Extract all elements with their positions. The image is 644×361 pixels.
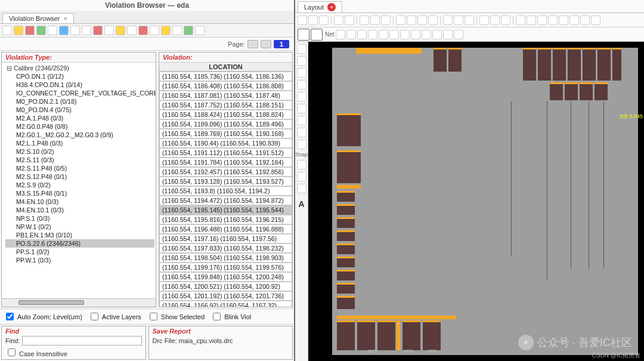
location-row[interactable]: (1160.554, 1185.736) (1160.554, 1186.136… [159,72,292,81]
tree-item[interactable]: M4.EN.10 (0/3) [5,198,154,206]
path-icon[interactable] [432,30,442,39]
tree-item[interactable]: M2.G0.1._M2.G0.2._M2.G0.3 (0/9) [5,131,154,139]
pager-current[interactable]: 1 [274,40,289,48]
location-row[interactable]: (1160.554, 1188.424) (1160.554, 1188.824… [159,110,292,119]
tool-next-icon[interactable] [82,26,91,35]
pager-prev-button[interactable] [247,40,258,48]
vt-select-icon[interactable] [297,44,306,54]
tool-warn-icon[interactable] [14,26,23,35]
tool-menu-icon[interactable] [172,26,182,35]
tree-item[interactable]: M3.S.15.P48 (0/1) [5,189,154,198]
tool-refresh-icon[interactable] [104,26,114,35]
tree-item[interactable]: M2.S.12.P48 (0/1) [5,172,154,181]
zoom-fit-icon[interactable] [417,16,427,25]
location-row[interactable]: (1160.554, 1191.112) (1160.554, 1191.512… [159,148,292,158]
pan-icon[interactable] [443,16,453,25]
blink-viol-checkbox[interactable]: Blink Viol [210,311,251,322]
zoom-in-icon[interactable] [396,16,405,25]
tree-item[interactable]: PB1.EN.1:M3 (0/10) [5,231,154,239]
pager-next-button[interactable] [261,40,271,48]
vt-merge-icon[interactable] [297,104,306,113]
text-tool-icon[interactable]: A [298,199,304,209]
violation-type-tree[interactable]: Calibre (2346/2529)CPO.DN.1 (0/12)H38.4.… [2,63,156,298]
location-row[interactable]: (1160.554, 1198.504) (1160.554, 1198.903… [159,253,292,263]
save-icon[interactable] [308,16,318,25]
tree-item[interactable]: PP.S.1 (0/2) [5,248,154,256]
tree-item[interactable]: M2.A.1.P48 (0/3) [5,114,154,122]
tool-save-icon[interactable] [150,26,159,35]
tree-item[interactable]: M2.G0.0.P48 (0/8) [5,122,154,131]
location-row[interactable]: (1160.554, 1166.92) (1160.554, 1167.32) [159,301,292,307]
vt-rotate-icon[interactable] [297,140,306,149]
auto-zoom-checkbox[interactable]: Auto Zoom; Level(um) [4,311,82,322]
location-row[interactable]: (1160.554, 1192.457) (1160.554, 1192.856… [159,167,292,177]
rotate-icon[interactable] [559,16,568,25]
layer-icon[interactable] [479,16,489,25]
tree-item[interactable]: IO_CONNECT_CORE_NET_VOLTAGE_IS_CORE:WARN [5,89,154,97]
vt-split-icon[interactable] [297,92,306,101]
tree-item[interactable]: NP.S.1 (0/3) [5,214,154,223]
highlight-icon[interactable] [381,16,391,25]
tree-root[interactable]: Calibre (2346/2529) [5,64,154,72]
location-row[interactable]: (1160.554, 1201.192) (1160.554, 1201.736… [159,291,292,301]
tool-filter-icon[interactable] [48,26,57,35]
tool-delete-icon[interactable] [93,26,103,35]
flip-icon[interactable] [548,16,558,25]
tree-item[interactable]: CPO.DN.1 (0/12) [5,72,154,81]
location-row[interactable]: (1160.554, 1197.16) (1160.554, 1197.56) [159,234,292,243]
tree-item[interactable]: M0_PO.DN.2.1 (0/18) [5,97,154,106]
location-row[interactable]: (1160.554, 1190.44) (1160.554, 1190.839) [159,138,292,148]
location-row[interactable]: (1160.554, 1191.784) (1160.554, 1192.184… [159,158,292,167]
vt-grid-icon[interactable] [297,172,306,181]
location-row[interactable]: (1160.554, 1189.769) (1160.554, 1190.168… [159,129,292,138]
location-row[interactable]: (1160.554, 1195.816) (1160.554, 1196.215… [159,215,292,224]
vt-stretch-icon[interactable] [297,80,306,90]
select-mode-icon[interactable] [311,29,323,41]
poly-icon[interactable] [422,30,431,39]
open-icon[interactable] [298,16,307,25]
layout-canvas[interactable]: ram ram ram 2倍 0.045 ✶ 公众号 · 吾爱IC社区 CSDN… [308,42,644,361]
redo-icon[interactable] [345,16,354,25]
select-icon[interactable] [454,16,463,25]
find-input[interactable] [22,336,141,345]
net-icon[interactable] [490,16,500,25]
snap-icon[interactable] [527,16,536,25]
tree-item[interactable]: M2.S.11 (0/3) [5,156,154,164]
cursor-mode-icon[interactable] [298,29,309,41]
gear-icon[interactable] [319,16,329,25]
grid-icon[interactable] [516,16,525,25]
pin-icon[interactable] [389,30,399,39]
vt-move-icon[interactable] [297,56,306,66]
undo-icon[interactable] [334,16,343,25]
location-row[interactable]: (1160.554, 1199.848) (1160.554, 1200.248… [159,272,292,282]
tool-flag-icon[interactable] [116,26,125,35]
location-row[interactable]: (1160.554, 1193.128) (1160.554, 1193.527… [159,177,292,186]
tree-item[interactable]: PO.S.22.6 (2346/2346) [5,239,154,248]
tab-layout[interactable]: Layout ＋ [298,1,342,13]
location-row[interactable]: (1160.554, 1187.081) (1160.554, 1187.48) [159,91,292,100]
layers-icon[interactable] [580,16,590,25]
ruler-icon[interactable] [360,16,369,25]
location-row[interactable]: (1160.554, 1196.488) (1160.554, 1196.888… [159,224,292,234]
location-row[interactable]: (1160.554, 1197.833) (1160.554, 1198.232… [159,243,292,253]
tool-prev-icon[interactable] [70,26,80,35]
more-icon[interactable] [569,16,579,25]
zoom-out-icon[interactable] [407,16,416,25]
circle-icon[interactable] [443,30,453,39]
tool-stop-icon[interactable] [138,26,148,35]
rect-icon[interactable] [411,30,420,39]
tool-zoom-icon[interactable] [59,26,69,35]
tree-item[interactable]: H38.4.CPO.DN.1 (0/14) [5,81,154,89]
location-row[interactable]: (1160.554, 1187.752) (1160.554, 1188.151… [159,100,292,110]
bus-icon[interactable] [379,30,388,39]
db-icon[interactable] [591,16,600,25]
via-icon[interactable] [357,30,367,39]
add-tab-icon[interactable]: ＋ [327,3,336,11]
tool-settings-icon[interactable] [195,26,205,35]
vt-align-icon[interactable] [297,116,306,125]
measure-icon[interactable] [370,16,380,25]
location-row[interactable]: (1160.554, 1195.145) (1160.554, 1195.544… [159,205,292,215]
location-row[interactable]: (1160.554, 1200.521) (1160.554, 1200.92) [159,282,292,291]
route-icon[interactable] [346,30,356,39]
tool-info-icon[interactable] [127,26,137,35]
